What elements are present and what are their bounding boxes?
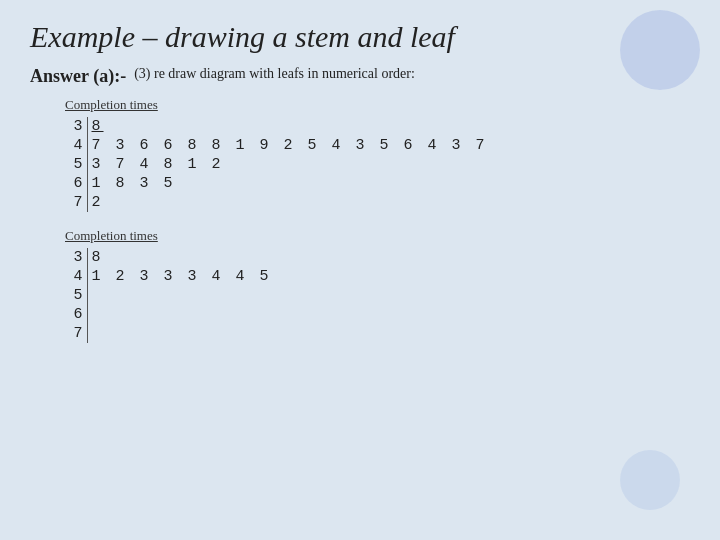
page-title: Example – drawing a stem and leaf [30, 20, 690, 54]
section2-table: 3 8 4 1 2 3 3 3 4 4 5 5 6 7 [65, 248, 276, 343]
leaf-cell [87, 286, 276, 305]
section1-table: 3 8 4 7 3 6 6 8 8 1 9 2 5 4 3 5 6 4 3 7 … [65, 117, 492, 212]
answer-line: Answer (a):- (3) re draw diagram with le… [30, 66, 690, 87]
section1: Completion times 3 8 4 7 3 6 6 8 8 1 9 2… [30, 97, 690, 212]
leaf-cell: 1 8 3 5 [87, 174, 492, 193]
stem-cell: 7 [65, 193, 87, 212]
answer-instruction: (3) re draw diagram with leafs in numeri… [134, 66, 415, 82]
table-row: 7 2 [65, 193, 492, 212]
stem-cell: 7 [65, 324, 87, 343]
leaf-cell: 8 [87, 117, 492, 136]
stem-cell: 5 [65, 286, 87, 305]
table-row: 5 [65, 286, 276, 305]
table-row: 6 [65, 305, 276, 324]
leaf-cell: 3 7 4 8 1 2 [87, 155, 492, 174]
stem-cell: 4 [65, 136, 87, 155]
section1-title: Completion times [30, 97, 690, 113]
section2-title: Completion times [30, 228, 690, 244]
stem-cell: 6 [65, 174, 87, 193]
answer-label: Answer (a):- [30, 66, 126, 87]
table-row: 3 8 [65, 117, 492, 136]
table-row: 5 3 7 4 8 1 2 [65, 155, 492, 174]
main-container: Example – drawing a stem and leaf Answer… [0, 0, 720, 540]
leaf-cell [87, 305, 276, 324]
leaf-cell: 1 2 3 3 3 4 4 5 [87, 267, 276, 286]
table-row: 7 [65, 324, 276, 343]
stem-cell: 3 [65, 248, 87, 267]
table-row: 4 1 2 3 3 3 4 4 5 [65, 267, 276, 286]
stem-cell: 5 [65, 155, 87, 174]
table-row: 6 1 8 3 5 [65, 174, 492, 193]
leaf-cell: 8 [87, 248, 276, 267]
section2: Completion times 3 8 4 1 2 3 3 3 4 4 5 5… [30, 228, 690, 343]
stem-cell: 6 [65, 305, 87, 324]
stem-cell: 4 [65, 267, 87, 286]
stem-cell: 3 [65, 117, 87, 136]
title-text: Example – drawing a stem and leaf [30, 20, 455, 53]
leaf-cell: 2 [87, 193, 492, 212]
table-row: 4 7 3 6 6 8 8 1 9 2 5 4 3 5 6 4 3 7 [65, 136, 492, 155]
leaf-underline: 8 [92, 118, 104, 135]
leaf-cell: 7 3 6 6 8 8 1 9 2 5 4 3 5 6 4 3 7 [87, 136, 492, 155]
table-row: 3 8 [65, 248, 276, 267]
leaf-cell [87, 324, 276, 343]
